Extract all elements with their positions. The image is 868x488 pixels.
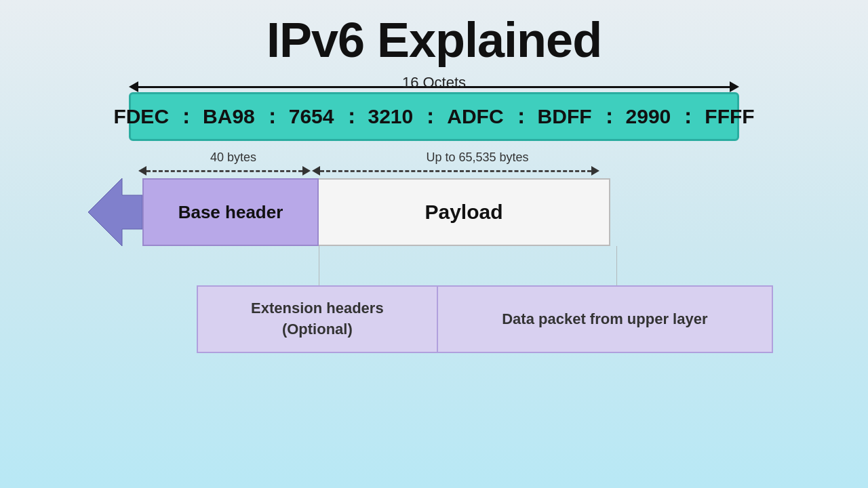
base-header-label: Base header xyxy=(178,202,283,223)
payload-size-label: Up to 65,535 bytes xyxy=(328,150,627,165)
sep-4: ： xyxy=(511,103,531,131)
main-container: IPv6 Explained 16 Octets FDEC ： BA98 ： 7… xyxy=(0,0,868,353)
page-title: IPv6 Explained xyxy=(0,0,868,68)
ipv6-seg-6: 2990 xyxy=(619,101,678,132)
sep-1: ： xyxy=(262,103,282,131)
octets-arrow-body: 16 Octets xyxy=(138,86,730,88)
ipv6-seg-1: BA98 xyxy=(196,101,262,132)
extension-headers-box: Extension headers(Optional) xyxy=(197,285,437,353)
ipv6-seg-7: FFFF xyxy=(698,101,761,132)
base-header-size-label: 40 bytes xyxy=(138,150,328,165)
data-packet-box: Data packet from upper layer xyxy=(437,285,773,353)
ipv6-address-bar: FDEC ： BA98 ： 7654 ： 3210 ： ADFC ： BDFF … xyxy=(129,92,739,141)
arrow-left-head xyxy=(129,81,138,92)
extension-headers-label: Extension headers(Optional) xyxy=(251,298,384,340)
octets-section: 16 Octets FDEC ： BA98 ： 7654 ： 3210 ： AD… xyxy=(0,81,868,141)
expansion-area xyxy=(319,246,617,285)
sixteen-octets-arrow: 16 Octets xyxy=(129,81,739,92)
sep-0: ： xyxy=(176,103,196,131)
sep-6: ： xyxy=(677,103,698,131)
octets-label: 16 Octets xyxy=(402,74,466,92)
sep-2: ： xyxy=(341,103,361,131)
svg-marker-0 xyxy=(88,178,142,246)
ipv6-seg-4: ADFC xyxy=(440,101,510,132)
ipv6-seg-0: FDEC xyxy=(106,101,176,132)
lower-boxes: Extension headers(Optional) Data packet … xyxy=(197,285,773,353)
big-left-arrow xyxy=(88,178,142,246)
data-packet-label: Data packet from upper layer xyxy=(502,309,707,330)
ipv6-seg-3: 3210 xyxy=(361,101,420,132)
sep-5: ： xyxy=(599,103,619,131)
arrow-right-head xyxy=(730,81,739,92)
expansion-lines-svg xyxy=(319,246,617,285)
base-header-box: Base header xyxy=(142,178,319,246)
ipv6-seg-5: BDFF xyxy=(531,101,599,132)
ipv6-seg-2: 7654 xyxy=(282,101,341,132)
payload-box: Payload xyxy=(319,178,610,246)
payload-label: Payload xyxy=(425,201,502,224)
sep-3: ： xyxy=(420,103,440,131)
